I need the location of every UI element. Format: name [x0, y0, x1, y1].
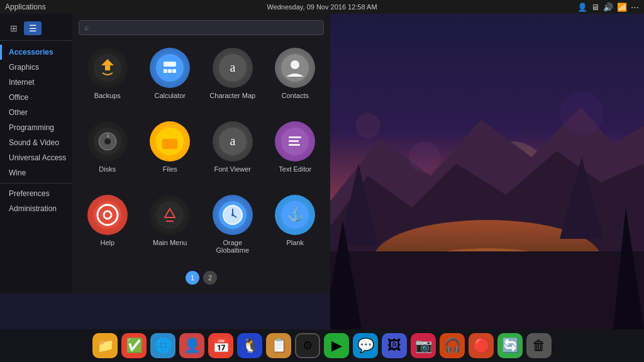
sidebar-item-graphics[interactable]: Graphics: [0, 60, 72, 75]
dock-webcam[interactable]: 📷: [411, 333, 436, 358]
texteditor-label: Text Editor: [279, 165, 311, 173]
svg-point-17: [355, 113, 380, 138]
backups-label: Backups: [94, 92, 121, 99]
svg-rect-36: [289, 136, 301, 138]
disks-label: Disks: [99, 165, 116, 173]
svg-text:a: a: [230, 60, 235, 74]
app-help[interactable]: Help: [79, 190, 136, 266]
svg-rect-8: [330, 251, 644, 329]
files-icon: [150, 121, 190, 162]
app-files[interactable]: Files: [142, 116, 199, 185]
sidebar-item-internet[interactable]: Internet: [0, 75, 72, 90]
app-plank[interactable]: ⚓ Plank: [267, 190, 325, 266]
mainmenu-icon: [150, 195, 190, 235]
svg-text:⚓: ⚓: [287, 206, 304, 222]
app-orage[interactable]: Orage Globaltime: [204, 190, 262, 266]
mainmenu-label: Main Menu: [153, 239, 187, 246]
desktop-background: [330, 0, 644, 329]
applications-menu[interactable]: Applications: [5, 3, 46, 11]
orage-icon: [213, 195, 253, 235]
dock-skype[interactable]: 💬: [353, 333, 378, 358]
volume-icon[interactable]: 🔊: [603, 3, 613, 12]
app-mainmenu[interactable]: Main Menu: [142, 190, 199, 266]
datetime-display: Wednesday, 09 Nov 2016 12:58 AM: [267, 3, 377, 11]
svg-rect-20: [164, 62, 176, 67]
sidebar-item-other[interactable]: Other: [0, 105, 72, 120]
svg-rect-21: [164, 69, 167, 73]
sidebar-item-office[interactable]: Office: [0, 90, 72, 105]
dock-browser[interactable]: 🌐: [150, 333, 175, 358]
taskbar-bottom: 📁 ✅ 🌐 👤 📅 🐧 📋 ⚙ ▶ 💬 🖼 📷 🎧 🔴 🔄 🗑: [0, 329, 644, 362]
apps-grid: Backups Calculator: [79, 43, 324, 266]
contacts-label: Contacts: [282, 92, 309, 99]
sidebar-item-administration[interactable]: Administration: [0, 201, 72, 216]
app-disks[interactable]: Disks: [79, 116, 136, 185]
svg-rect-32: [162, 139, 177, 149]
dock-photos[interactable]: 🖼: [382, 333, 407, 358]
dock-contacts[interactable]: 👤: [179, 333, 204, 358]
sidebar-item-universal-access[interactable]: Universal Access: [0, 150, 72, 165]
fontviewer-icon: a: [213, 121, 253, 162]
app-fontviewer[interactable]: a Font Viewer: [204, 116, 262, 185]
dock-apps[interactable]: ⚙: [295, 333, 320, 358]
app-grid-area: ⌕ Backups: [72, 14, 330, 293]
svg-text:a: a: [230, 134, 235, 148]
sidebar-item-sound-video[interactable]: Sound & Video: [0, 135, 72, 150]
sidebar-divider: [0, 183, 72, 184]
sidebar-item-programming[interactable]: Programming: [0, 120, 72, 135]
dock-calendar[interactable]: 📅: [208, 333, 233, 358]
svg-rect-23: [172, 69, 176, 73]
app-charmap[interactable]: a Character Map: [204, 43, 262, 111]
page-2-btn[interactable]: 2: [203, 271, 217, 285]
dock-ubuntu[interactable]: 🔴: [469, 333, 494, 358]
plank-icon: ⚓: [275, 195, 315, 235]
sidebar-item-wine[interactable]: Wine: [0, 165, 72, 180]
backups-icon: [87, 48, 128, 88]
app-contacts[interactable]: Contacts: [267, 43, 325, 111]
orage-label: Orage Globaltime: [206, 239, 259, 254]
display-icon[interactable]: 🖥: [591, 3, 599, 12]
svg-point-16: [560, 91, 604, 135]
dock-files[interactable]: 📁: [92, 333, 118, 358]
app-launcher-panel: ⊞ ☰ Accessories Graphics Internet Office…: [0, 14, 330, 293]
user-icon[interactable]: 👤: [577, 3, 587, 12]
charmap-label: Character Map: [209, 92, 255, 99]
network-icon[interactable]: 📶: [617, 3, 627, 12]
dock-tasks[interactable]: ✅: [121, 333, 147, 358]
plank-label: Plank: [286, 239, 304, 246]
svg-point-42: [156, 201, 184, 229]
grid-view-btn[interactable]: ⊞: [5, 21, 23, 35]
view-toggle: ⊞ ☰: [0, 19, 72, 41]
svg-point-30: [104, 138, 111, 145]
svg-rect-37: [289, 140, 299, 142]
contacts-icon: [275, 48, 315, 88]
svg-point-27: [291, 60, 299, 69]
charmap-icon: a: [213, 48, 253, 88]
search-input[interactable]: [92, 23, 318, 32]
svg-rect-38: [289, 144, 300, 146]
svg-rect-22: [168, 69, 172, 73]
svg-point-15: [409, 141, 440, 173]
calculator-icon: [150, 48, 190, 88]
dock-toggle[interactable]: 🔄: [497, 333, 523, 358]
dock-headphones[interactable]: 🎧: [440, 333, 465, 358]
app-calculator[interactable]: Calculator: [142, 43, 199, 111]
page-1-btn[interactable]: 1: [186, 271, 199, 285]
pagination: 1 2: [79, 266, 324, 287]
files-label: Files: [163, 165, 177, 173]
more-icon[interactable]: ⋯: [631, 3, 639, 12]
taskbar-top: Applications Wednesday, 09 Nov 2016 12:5…: [0, 0, 644, 14]
app-texteditor[interactable]: Text Editor: [267, 116, 325, 185]
list-view-btn[interactable]: ☰: [24, 21, 42, 35]
search-bar: ⌕: [79, 20, 324, 35]
sidebar-item-preferences[interactable]: Preferences: [0, 186, 72, 201]
dock-media[interactable]: ▶: [324, 333, 349, 358]
help-label: Help: [100, 239, 114, 246]
dock-linux[interactable]: 🐧: [237, 333, 262, 358]
help-icon: [87, 195, 128, 235]
dock-notes[interactable]: 📋: [266, 333, 291, 358]
taskbar-top-left: Applications: [5, 3, 46, 11]
app-backups[interactable]: Backups: [79, 43, 136, 111]
sidebar-item-accessories[interactable]: Accessories: [0, 45, 72, 60]
dock-trash[interactable]: 🗑: [526, 333, 552, 358]
